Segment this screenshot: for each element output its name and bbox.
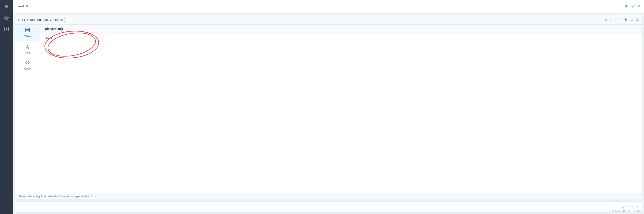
svg-marker-4 <box>626 4 628 8</box>
command-bar-actions <box>625 4 641 10</box>
result-body: Table A Text Code <box>15 24 642 193</box>
run-button[interactable] <box>625 4 629 10</box>
svg-line-22 <box>633 206 634 206</box>
text-icon: A <box>26 44 30 50</box>
column-header-gds-version: gds.version() <box>40 24 642 33</box>
table-content: gds.version() "2.2.5" <box>40 24 642 193</box>
close-top-button[interactable] <box>637 4 641 9</box>
second-pin-button[interactable] <box>622 205 625 209</box>
table-icon <box>25 28 30 34</box>
svg-line-9 <box>616 18 617 19</box>
tab-text[interactable]: A Text <box>15 41 40 58</box>
expand-button[interactable] <box>632 4 635 9</box>
tab-text-label: Text <box>25 51 30 54</box>
status-bar: Started streaming 1 records after 2 ms a… <box>15 193 642 200</box>
svg-line-10 <box>615 20 616 20</box>
svg-rect-16 <box>26 28 30 32</box>
tab-table-label: Table <box>24 35 31 38</box>
svg-marker-1 <box>4 16 8 20</box>
sidebar-icon-favorites[interactable] <box>2 14 11 23</box>
close-result-button[interactable] <box>620 18 622 22</box>
second-close-button[interactable] <box>636 205 639 209</box>
command-bar: neo4j$ <box>13 0 644 14</box>
svg-marker-14 <box>630 18 633 20</box>
sidebar-icon-play[interactable] <box>2 24 11 34</box>
command-prompt: neo4j$ <box>16 5 623 8</box>
svg-line-6 <box>632 6 633 7</box>
download-button[interactable] <box>636 18 639 22</box>
result-query: neo4j$ RETURN gds.version() <box>18 18 66 22</box>
collapse-button[interactable] <box>609 18 612 22</box>
cursor <box>28 5 29 8</box>
code-icon <box>25 60 30 66</box>
second-collapse-button[interactable] <box>627 205 630 209</box>
sidebar-icon-database[interactable] <box>2 2 11 12</box>
svg-line-5 <box>633 5 634 6</box>
main-content: neo4j$ neo4j$ RETURN gds.version() <box>13 0 644 214</box>
result-run-button[interactable] <box>624 18 628 22</box>
sidebar <box>0 0 13 214</box>
status-text: Started streaming 1 records after 2 ms a… <box>18 195 98 198</box>
result-panel: neo4j$ RETURN gds.version() <box>15 15 642 200</box>
table-row: "2.2.5" <box>40 33 642 42</box>
svg-marker-13 <box>625 18 628 21</box>
svg-point-0 <box>5 5 8 6</box>
second-panel <box>15 202 642 212</box>
watermark: CSDN @ 大象无形，大音希声 <box>610 210 642 213</box>
result-header: neo4j$ RETURN gds.version() <box>15 15 642 24</box>
table-header-row: gds.version() <box>40 24 642 33</box>
side-tabs: Table A Text Code <box>15 24 40 193</box>
result-star-button[interactable] <box>630 18 634 22</box>
tab-code-label: Code <box>24 67 31 70</box>
svg-marker-3 <box>6 28 7 30</box>
second-expand-button[interactable] <box>632 205 634 209</box>
tab-table[interactable]: Table <box>15 24 40 41</box>
pin-button[interactable] <box>604 18 607 22</box>
tab-code[interactable]: Code <box>15 58 40 73</box>
prompt-prefix: neo4j$ <box>16 5 28 8</box>
data-table: gds.version() "2.2.5" <box>40 24 642 42</box>
table-cell-version: "2.2.5" <box>40 33 642 42</box>
result-header-actions <box>604 18 639 22</box>
fullscreen-button[interactable] <box>614 18 617 22</box>
svg-line-23 <box>632 207 633 208</box>
